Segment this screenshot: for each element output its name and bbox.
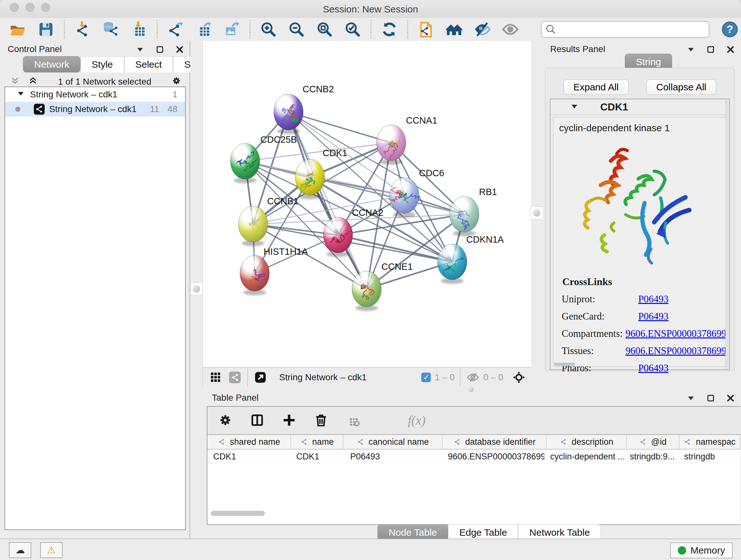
split-panel-icon[interactable] [248,411,266,429]
node-label: CCNA1 [406,115,437,125]
tab-network[interactable]: Network [23,56,80,72]
column-header-canonical-name[interactable]: canonical name [343,435,443,449]
network-node-RB1[interactable]: RB1 [450,187,497,236]
show-all-icon[interactable] [501,20,519,38]
string-home-icon[interactable] [445,20,463,38]
import-table-file-icon[interactable] [130,20,148,38]
column-header-@id[interactable]: @id [627,435,680,449]
cloud-status-button[interactable]: ☁ [9,542,31,558]
current-network-dot-icon [15,107,20,112]
search-input[interactable] [559,24,695,35]
table-cell: stringdb:9... [624,449,678,463]
protein-structure-image [563,140,703,274]
delete-column-icon[interactable] [312,411,330,429]
function-builder-icon[interactable] [376,411,394,429]
column-header-name[interactable]: name [291,435,343,449]
table-panel-tabs: Node TableEdge TableNetwork Table [378,524,601,541]
column-header-database-identifier[interactable]: database identifier [443,435,547,449]
crosslink-row: Compartments:9606.ENSP00000378699 [553,328,726,339]
crosslink-label: Tissues: [553,345,625,357]
expand-all-tree-icon[interactable] [28,76,38,88]
zoom-fit-icon[interactable] [316,20,333,38]
panel-close-icon[interactable] [726,45,735,56]
panel-close-icon[interactable] [726,393,735,404]
column-header-namespac[interactable]: namespac [679,435,740,449]
column-header-description[interactable]: description [547,435,626,449]
horizontal-splitter-handle[interactable] [468,387,474,392]
tree-expander-icon[interactable] [16,89,25,101]
right-splitter[interactable] [531,41,542,386]
tab-select[interactable]: Select [124,56,173,72]
collapse-all-button[interactable]: Collapse All [647,79,717,95]
import-network-file-icon[interactable] [74,20,91,38]
birds-eye-view-icon[interactable] [227,370,242,385]
zoom-selected-icon[interactable] [344,20,361,38]
zoom-in-icon[interactable] [259,20,277,38]
left-splitter[interactable] [190,41,202,539]
right-splitter-handle[interactable] [530,206,543,219]
panel-float-icon[interactable] [706,45,716,56]
export-image-icon[interactable] [223,20,241,38]
crosslink-row: Uniprot:P06493 [553,294,726,305]
hidden-count: 0 – 0 [483,372,503,382]
hidden-eye-icon [466,370,480,385]
control-panel-tabs: NetworkStyleSelectSets [23,56,214,72]
panel-menu-icon[interactable] [135,45,145,56]
crosslink-link[interactable]: 9606.ENSP00000378699 [625,345,726,357]
table-panel-title: Table Panel [212,393,259,403]
gear-icon[interactable] [172,76,181,88]
tab-edge-table[interactable]: Edge Table [448,524,518,541]
network-row[interactable]: String Network – cdk1 11 48 [5,102,185,117]
table-hscroll-thumb[interactable] [211,511,265,516]
help-icon[interactable]: ? [721,20,739,38]
export-table-icon[interactable] [195,20,212,38]
open-in-string-icon[interactable] [417,20,435,38]
crosslink-link[interactable]: 9606.ENSP00000378699 [625,328,726,339]
network-node-HIST1H1A[interactable]: HIST1H1A [240,246,308,295]
hide-selected-icon[interactable] [473,20,491,38]
open-session-icon[interactable] [9,20,27,38]
node-table: shared namenamecanonical namedatabase id… [207,434,740,524]
import-network-database-icon[interactable] [102,20,120,38]
network-collection-row[interactable]: String Network – cdk1 1 [5,87,185,102]
results-hscroll-thumb[interactable] [554,363,575,366]
crosslink-link[interactable]: P06493 [638,294,669,305]
network-canvas[interactable]: CCNB2 CCNA1 CDC25B CDK1 CDC6 RB1 CCNB1 [202,41,532,367]
column-header-shared-name[interactable]: shared name [207,435,291,449]
network-node-CCNE1[interactable]: CCNE1 [352,261,413,311]
fit-content-crosshair-icon[interactable] [512,370,526,385]
results-vscroll-track[interactable] [725,100,729,369]
gene-expander-icon[interactable] [569,102,579,112]
save-session-icon[interactable] [37,20,55,38]
expand-all-button[interactable]: Expand All [563,79,629,95]
refresh-network-icon[interactable] [381,20,398,38]
cytoscape-window: Session: New Session ? Control Panel Net… [0,0,741,560]
panel-menu-icon[interactable] [686,393,696,404]
add-column-icon[interactable] [280,411,298,429]
delete-table-icon[interactable] [344,411,362,429]
table-row[interactable]: CDK1CDK1P064939606.ENSP00000378699cyclin… [207,449,740,464]
tab-node-table[interactable]: Node Table [378,524,448,541]
panel-close-icon[interactable] [175,45,185,56]
memory-button[interactable]: Memory [670,543,733,558]
panel-menu-icon[interactable] [686,45,696,56]
tab-network-table[interactable]: Network Table [518,524,601,541]
tab-style[interactable]: Style [80,56,124,72]
zoom-out-icon[interactable] [287,20,306,38]
crosslink-label: Uniprot: [553,294,638,305]
left-splitter-handle[interactable] [190,283,203,295]
search-field[interactable] [541,21,710,38]
crosslink-link[interactable]: P06493 [638,311,669,322]
network-node-CDKN1A[interactable]: CDKN1A [437,234,504,284]
table-settings-gear-icon[interactable] [216,411,234,429]
detach-view-icon[interactable] [253,370,268,385]
warning-status-button[interactable]: ⚠ [40,542,63,558]
export-network-icon[interactable] [166,20,185,38]
panel-float-icon[interactable] [706,393,716,404]
crosslink-link[interactable]: P06493 [638,362,669,374]
collapse-all-tree-icon[interactable] [10,76,20,88]
panel-float-icon[interactable] [155,45,165,56]
memory-ok-dot-icon [678,546,686,555]
selected-checkbox-icon[interactable]: ✓ [421,373,431,382]
grid-view-icon[interactable] [208,370,223,385]
